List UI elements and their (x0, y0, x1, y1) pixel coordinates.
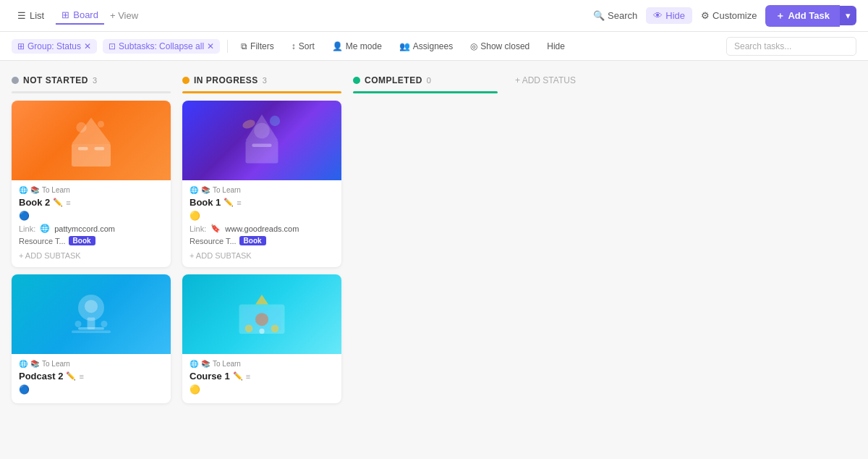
show-closed-icon: ◎ (470, 41, 477, 51)
completed-count: 0 (427, 76, 431, 85)
bookmark-icon: 🔖 (210, 224, 221, 233)
svg-point-16 (270, 116, 280, 126)
search-btn[interactable]: 🔍 Search (593, 10, 637, 21)
svg-point-23 (245, 324, 253, 332)
tag-to-learn4: To Learn (213, 360, 241, 368)
search-icon: 🔍 (593, 10, 605, 21)
top-nav: ☰ List ⊞ Board + View 🔍 Search 👁 Hide ⚙ … (0, 0, 868, 32)
assignees-icon: 👥 (399, 41, 410, 51)
group-icon: ⊞ (17, 41, 25, 51)
book2-illustration (59, 108, 124, 173)
svg-point-24 (271, 324, 279, 332)
column-in-progress: IN PROGRESS 3 (182, 72, 341, 447)
completed-title: COMPLETED (365, 75, 422, 85)
me-mode-label: Me mode (346, 41, 382, 51)
add-task-plus-icon: ＋ (775, 9, 785, 22)
add-task-button[interactable]: ＋ Add Task (765, 5, 840, 27)
card-book2[interactable]: 🌐 📚 To Learn Book 2 ✏️ ≡ 🔵 Link: 🌐 patty… (12, 101, 171, 267)
list-icon: ☰ (17, 10, 26, 21)
customize-btn[interactable]: ⚙ Customize (701, 10, 757, 21)
group-label: Group: Status (27, 41, 81, 51)
tag-to-learn: To Learn (42, 186, 70, 194)
add-task-label: Add Task (788, 10, 830, 21)
subtasks-btn[interactable]: ⊡ Subtasks: Collapse all ✕ (103, 39, 220, 54)
card-book2-title: Book 2 (19, 197, 50, 208)
card-book2-add-subtask[interactable]: + ADD SUBTASK (19, 250, 163, 261)
board-icon: ⊞ (61, 9, 69, 20)
card-book2-resource-tag: Book (69, 236, 95, 245)
not-started-cards: 🌐 📚 To Learn Book 2 ✏️ ≡ 🔵 Link: 🌐 patty… (12, 101, 171, 403)
card-podcast2-image (12, 274, 171, 354)
add-status-column: + ADD STATUS (509, 72, 582, 447)
svg-point-7 (85, 300, 98, 313)
card-book1-edit-icon[interactable]: ✏️ (224, 198, 234, 207)
column-completed: COMPLETED 0 (353, 72, 498, 447)
card-podcast2-edit-icon[interactable]: ✏️ (66, 371, 76, 381)
toolbar: ⊞ Group: Status ✕ ⊡ Subtasks: Collapse a… (0, 32, 868, 61)
sort-icon: ↕ (292, 41, 296, 51)
svg-point-15 (254, 123, 270, 139)
show-closed-btn[interactable]: ◎ Show closed (464, 39, 535, 54)
svg-rect-18 (252, 144, 272, 148)
card-course1-menu-icon[interactable]: ≡ (246, 372, 250, 381)
svg-rect-9 (78, 327, 104, 330)
tag-globe2-icon: 🌐 (19, 360, 27, 368)
filters-btn[interactable]: ⧉ Filters (235, 39, 280, 54)
card-book1[interactable]: 🌐 📚 To Learn Book 1 ✏️ ≡ 🟡 Link: 🔖 www.g… (182, 101, 341, 267)
card-podcast2-tags: 🌐 📚 To Learn (19, 360, 163, 368)
svg-rect-10 (72, 331, 111, 334)
nav-right: 🔍 Search 👁 Hide ⚙ Customize ＋ Add Task ▾ (593, 5, 856, 27)
add-view-label: + View (110, 10, 138, 21)
nav-list[interactable]: ☰ List (12, 7, 50, 24)
card-book2-edit-icon[interactable]: ✏️ (53, 198, 63, 207)
card-book1-link-field: Link: 🔖 www.goodreads.com (190, 224, 334, 233)
tag-to-learn2: To Learn (42, 360, 70, 368)
card-book1-link-value[interactable]: www.goodreads.com (225, 224, 299, 233)
card-course1[interactable]: 🌐 📚 To Learn Course 1 ✏️ ≡ 🟡 (182, 274, 341, 403)
book1-illustration (229, 108, 294, 173)
card-book2-link-value[interactable]: pattymccord.com (54, 224, 115, 233)
in-progress-cards: 🌐 📚 To Learn Book 1 ✏️ ≡ 🟡 Link: 🔖 www.g… (182, 101, 341, 403)
tag-book3-icon: 📚 (201, 186, 210, 194)
tag-book2-icon: 📚 (30, 360, 39, 368)
add-task-group: ＋ Add Task ▾ (765, 5, 856, 27)
subtasks-label: Subtasks: Collapse all (119, 41, 204, 51)
card-book1-resource-label: Resource T... (190, 237, 237, 245)
card-book2-resource-label: Resource T... (19, 237, 66, 245)
card-book1-menu-icon[interactable]: ≡ (237, 198, 241, 207)
group-status-btn[interactable]: ⊞ Group: Status ✕ (12, 39, 97, 54)
search-label: Search (608, 10, 637, 21)
add-status-btn[interactable]: + ADD STATUS (509, 72, 582, 88)
column-header-not-started: NOT STARTED 3 (12, 72, 171, 91)
card-book2-menu-icon[interactable]: ≡ (66, 198, 70, 207)
column-header-in-progress: IN PROGRESS 3 (182, 72, 341, 91)
card-podcast2-body: 🌐 📚 To Learn Podcast 2 ✏️ ≡ 🔵 (12, 354, 171, 403)
card-podcast2[interactable]: 🌐 📚 To Learn Podcast 2 ✏️ ≡ 🔵 (12, 274, 171, 403)
assignees-btn[interactable]: 👥 Assignees (393, 39, 459, 54)
card-book1-image (182, 101, 341, 180)
card-book1-add-subtask[interactable]: + ADD SUBTASK (190, 250, 334, 261)
card-course1-edit-icon[interactable]: ✏️ (233, 371, 243, 381)
add-task-caret[interactable]: ▾ (840, 6, 856, 25)
hide-toolbar-label: Hide (547, 41, 565, 51)
add-view-btn[interactable]: + View (110, 10, 138, 21)
filters-label: Filters (250, 41, 274, 51)
not-started-title: NOT STARTED (23, 75, 88, 85)
tag-globe-icon: 🌐 (19, 186, 27, 194)
card-book1-title-row: Book 1 ✏️ ≡ (190, 197, 334, 208)
search-tasks-input[interactable] (726, 37, 856, 56)
completed-divider (353, 91, 498, 93)
card-book1-flag: 🟡 (190, 211, 334, 221)
svg-point-4 (76, 122, 86, 132)
tag-book4-icon: 📚 (201, 360, 210, 368)
card-book1-body: 🌐 📚 To Learn Book 1 ✏️ ≡ 🟡 Link: 🔖 www.g… (182, 180, 341, 267)
subtasks-close-icon: ✕ (207, 41, 214, 51)
card-podcast2-menu-icon[interactable]: ≡ (79, 372, 83, 381)
card-book2-image (12, 101, 171, 180)
me-mode-btn[interactable]: 👤 Me mode (326, 39, 388, 54)
nav-board[interactable]: ⊞ Board (56, 7, 104, 25)
hide-toolbar-btn[interactable]: Hide (541, 39, 571, 54)
sort-btn[interactable]: ↕ Sort (286, 39, 320, 54)
hide-label: Hide (665, 10, 685, 21)
hide-btn[interactable]: 👁 Hide (646, 7, 692, 24)
